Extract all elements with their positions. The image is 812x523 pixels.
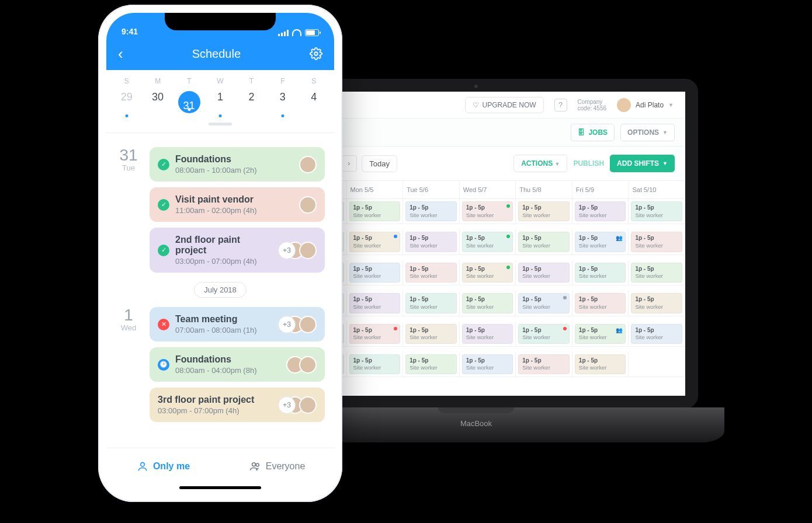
battery-icon (305, 29, 319, 36)
events-list[interactable]: 31Tue✓Foundations08:00am - 10:00am (2h)✓… (106, 133, 334, 448)
shift-card[interactable]: 1p - 5pSite worker (518, 354, 570, 374)
back-button[interactable]: ‹ (118, 45, 123, 63)
tab-only-me[interactable]: Only me (106, 448, 220, 484)
shift-card[interactable]: 1p - 5pSite worker (349, 232, 401, 252)
weekday-label: T (173, 75, 204, 88)
plus-badge: +3 (278, 242, 296, 259)
add-shifts-button[interactable]: ADD SHIFTS▼ (610, 155, 675, 172)
day-date: 1Wed (116, 307, 141, 422)
week-bar: SMTWTFS 2930311234 (106, 70, 334, 133)
weekday-label: M (142, 75, 173, 88)
avatars (286, 356, 317, 374)
shift-card[interactable]: 1p - 5pSite worker (518, 293, 570, 313)
avatar (617, 98, 631, 112)
shift-card[interactable]: 1p - 5pSite worker (349, 324, 401, 344)
shift-card[interactable]: 1p - 5pSite worker (349, 354, 401, 374)
shift-card[interactable]: 1p - 5pSite worker (575, 293, 626, 313)
shift-card[interactable]: 1p - 5pSite worker (518, 324, 570, 344)
check-icon: ✓ (158, 159, 169, 170)
status-time: 9:41 (122, 27, 138, 36)
event-card[interactable]: ✓Foundations08:00am - 10:00am (2h) (150, 147, 325, 182)
shift-card[interactable]: 1p - 5pSite worker (349, 201, 401, 221)
shift-card[interactable]: 1p - 5pSite worker (405, 232, 457, 252)
weekday-label: S (111, 75, 142, 88)
avatar (299, 242, 317, 259)
publish-button[interactable]: PUBLISH (573, 159, 604, 168)
wifi-icon (292, 29, 301, 36)
actions-button[interactable]: ACTIONS ▼ (513, 155, 567, 172)
shift-card[interactable]: 1p - 5pSite worker (349, 293, 401, 313)
jobs-button[interactable]: 🗄 JOBS (571, 124, 615, 141)
event-card[interactable]: 3rd floor paint project03:00pm - 07:00pm… (150, 388, 325, 422)
shift-card[interactable]: 1p - 5pSite worker (462, 293, 513, 313)
svg-point-0 (314, 52, 318, 55)
settings-button[interactable] (310, 47, 322, 60)
shift-card[interactable]: 1p - 5pSite worker (349, 263, 401, 283)
upgrade-button[interactable]: ♡ UPGRADE NOW (465, 97, 544, 113)
weekday-label: S (299, 75, 329, 88)
shift-card[interactable]: 1p - 5pSite worker (462, 354, 513, 374)
week-day[interactable]: 31 (173, 88, 204, 117)
phone-tabs: Only me Everyone (106, 448, 334, 484)
help-icon[interactable]: ? (554, 99, 567, 111)
page-title: Schedule (192, 47, 241, 61)
week-day[interactable]: 29 (111, 88, 142, 117)
week-day[interactable]: 30 (142, 88, 173, 117)
shift-card[interactable]: 1p - 5pSite worker (575, 201, 626, 221)
shift-card[interactable]: 1p - 5pSite worker (631, 232, 682, 252)
plus-badge: +3 (278, 396, 296, 414)
avatars: +3 (278, 316, 317, 333)
clock-icon: 🕑 (158, 359, 169, 371)
shift-card[interactable]: 1p - 5pSite worker (405, 201, 457, 221)
shift-card[interactable]: 1p - 5pSite worker (575, 354, 626, 374)
shift-card[interactable]: 1p - 5pSite worker (462, 232, 513, 252)
home-indicator[interactable] (179, 486, 261, 489)
shift-card[interactable]: 1p - 5pSite worker👥 (575, 232, 626, 252)
shift-card[interactable]: 1p - 5pSite worker (462, 201, 513, 221)
shift-card[interactable]: 1p - 5pSite worker (631, 263, 682, 283)
upgrade-label: UPGRADE NOW (483, 101, 536, 109)
shift-card[interactable]: 1p - 5pSite worker (518, 201, 570, 221)
event-card[interactable]: ✓2nd floor paint project03:00pm - 07:00p… (150, 228, 325, 273)
briefcase-icon: 🗄 (578, 128, 585, 137)
shift-card[interactable]: 1p - 5pSite worker (405, 263, 457, 283)
weekday-label: W (204, 75, 235, 88)
avatar (299, 156, 317, 173)
chevron-down-icon: ▼ (662, 130, 668, 135)
options-button[interactable]: OPTIONS ▼ (620, 124, 675, 141)
svg-point-3 (256, 463, 259, 466)
week-day[interactable]: 4 (299, 88, 329, 117)
week-day[interactable]: 2 (236, 88, 267, 117)
svg-point-1 (141, 462, 145, 466)
shift-card[interactable]: 1p - 5pSite worker (462, 263, 513, 283)
svg-point-2 (252, 462, 255, 466)
event-card[interactable]: ✓Visit paint vendor11:00am - 02:00pm (4h… (150, 187, 325, 222)
next-week-button[interactable]: › (341, 155, 357, 172)
drag-handle[interactable] (209, 123, 232, 125)
check-icon: ✓ (158, 245, 169, 256)
profile-menu[interactable]: Adi Plato ▼ (617, 98, 674, 112)
shift-card[interactable]: 1p - 5pSite worker (631, 324, 682, 344)
month-pill: July 2018 (194, 282, 247, 298)
avatars: +3 (278, 242, 317, 259)
avatar (299, 316, 317, 333)
shift-card[interactable]: 1p - 5pSite worker👥 (575, 324, 626, 344)
person-icon (137, 461, 148, 472)
day-date: 31Tue (116, 147, 141, 273)
phone-notch (165, 13, 276, 30)
shift-card[interactable]: 1p - 5pSite worker (631, 293, 682, 313)
shift-card[interactable]: 1p - 5pSite worker (631, 201, 682, 221)
week-day[interactable]: 3 (267, 88, 298, 117)
shift-card[interactable]: 1p - 5pSite worker (462, 324, 513, 344)
event-card[interactable]: ✕Team meeting07:00am - 08:00am (1h)+3 (150, 307, 325, 341)
shift-card[interactable]: 1p - 5pSite worker (405, 324, 457, 344)
shift-card[interactable]: 1p - 5pSite worker (518, 263, 570, 283)
shift-card[interactable]: 1p - 5pSite worker (405, 354, 457, 374)
week-day[interactable]: 1 (204, 88, 235, 117)
tab-everyone[interactable]: Everyone (220, 448, 334, 484)
shift-card[interactable]: 1p - 5pSite worker (405, 293, 457, 313)
shift-card[interactable]: 1p - 5pSite worker (518, 232, 570, 252)
event-card[interactable]: 🕑Foundations08:00am - 04:00pm (8h) (150, 347, 325, 382)
today-button[interactable]: Today (362, 155, 397, 172)
shift-card[interactable]: 1p - 5pSite worker (575, 263, 626, 283)
